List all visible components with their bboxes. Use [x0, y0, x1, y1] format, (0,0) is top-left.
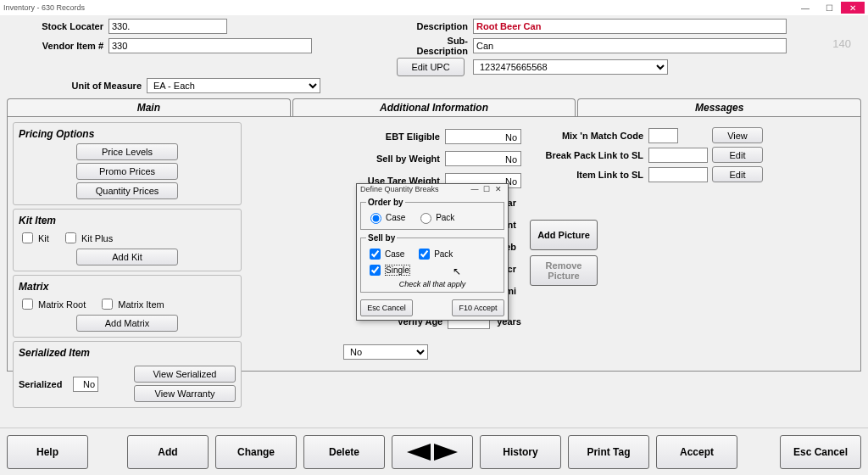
- tab-additional-info[interactable]: Additional Information: [292, 98, 576, 116]
- uom-select[interactable]: EA - Each: [147, 78, 320, 93]
- uom-label: Unit of Measure: [7, 81, 147, 91]
- matrix-root-checkbox[interactable]: Matrix Root: [19, 296, 86, 312]
- help-button[interactable]: Help: [7, 435, 88, 469]
- tab-main[interactable]: Main: [7, 98, 291, 116]
- remove-picture-button[interactable]: Remove Picture: [530, 255, 598, 286]
- mix-match-input[interactable]: [648, 128, 678, 143]
- sell-by-single-checkbox[interactable]: Single: [366, 262, 410, 278]
- tab-bar: Main Additional Information Messages: [7, 98, 861, 117]
- quantity-prices-button[interactable]: Quantity Prices: [76, 182, 178, 199]
- upc-select[interactable]: 1232475665568: [473, 59, 668, 75]
- vendor-item-input[interactable]: [108, 38, 312, 53]
- vendor-item-label: Vendor Item #: [7, 41, 108, 51]
- view-button[interactable]: View: [712, 127, 763, 143]
- add-button[interactable]: Add: [127, 435, 209, 469]
- add-kit-button[interactable]: Add Kit: [76, 249, 178, 265]
- dialog-close-icon[interactable]: ✕: [492, 185, 504, 193]
- titlebar: Inventory - 630 Records — ☐ ✕: [0, 0, 868, 15]
- serialized-value[interactable]: [73, 377, 98, 392]
- svg-marker-1: [434, 444, 458, 461]
- matrix-item-checkbox[interactable]: Matrix Item: [98, 296, 164, 312]
- dialog-f10-accept-button[interactable]: F10 Accept: [452, 299, 504, 316]
- serialized-label: Serialized: [19, 379, 70, 389]
- add-matrix-button[interactable]: Add Matrix: [76, 315, 178, 332]
- page-count: 140: [832, 37, 851, 50]
- sell-by-group: Sell by Case Pack Single Check all that …: [360, 233, 504, 293]
- price-levels-button[interactable]: Price Levels: [76, 143, 178, 160]
- sell-by-pack-checkbox[interactable]: Pack: [415, 246, 453, 262]
- minimize-icon[interactable]: —: [793, 2, 817, 14]
- history-button[interactable]: History: [480, 435, 561, 469]
- kit-plus-checkbox[interactable]: Kit Plus: [62, 230, 113, 246]
- sell-by-case-checkbox[interactable]: Case: [366, 246, 404, 262]
- dialog-maximize-icon[interactable]: ☐: [481, 185, 492, 193]
- sell-by-weight-value[interactable]: No: [445, 151, 521, 166]
- sell-by-weight-label: Sell by Weight: [250, 154, 445, 164]
- pricing-options-title: Pricing Options: [19, 128, 236, 140]
- change-button[interactable]: Change: [215, 435, 297, 469]
- stock-locater-input[interactable]: [108, 19, 227, 34]
- kit-checkbox[interactable]: Kit: [19, 230, 49, 246]
- sell-by-note: Check all that apply: [366, 280, 498, 288]
- view-warranty-button[interactable]: View Warranty: [134, 385, 236, 402]
- bottom-toolbar: Help Add Change Delete History Print Tag…: [0, 428, 868, 475]
- ebt-label: EBT Eligible: [250, 131, 445, 142]
- subdesc-input[interactable]: [473, 38, 787, 53]
- break-pack-label: Break Pack Link to SL: [530, 150, 648, 160]
- sell-by-legend: Sell by: [366, 233, 397, 243]
- define-quantity-breaks-dialog: Define Quantity Breaks — ☐ ✕ Order by Ca…: [356, 183, 509, 321]
- edit-upc-button[interactable]: Edit UPC: [397, 58, 465, 76]
- ebt-value[interactable]: No: [445, 129, 521, 144]
- bottom-select[interactable]: No: [343, 344, 428, 360]
- maximize-icon[interactable]: ☐: [817, 2, 841, 14]
- dialog-esc-cancel-button[interactable]: Esc Cancel: [360, 299, 413, 316]
- matrix-title: Matrix: [19, 281, 236, 293]
- order-by-group: Order by Case Pack: [360, 198, 504, 230]
- delete-button[interactable]: Delete: [303, 435, 385, 469]
- view-serialized-button[interactable]: View Serialized: [134, 366, 236, 383]
- order-by-case-radio[interactable]: Case: [366, 210, 405, 224]
- edit-break-pack-button[interactable]: Edit: [712, 147, 763, 163]
- description-label: Description: [397, 21, 473, 31]
- promo-prices-button[interactable]: Promo Prices: [76, 163, 178, 180]
- item-link-label: Item Link to SL: [530, 170, 648, 180]
- edit-item-link-button[interactable]: Edit: [712, 166, 763, 182]
- order-by-legend: Order by: [366, 198, 405, 207]
- break-pack-input[interactable]: [648, 148, 708, 163]
- description-input[interactable]: [473, 19, 787, 34]
- subdesc-label: Sub-Description: [397, 36, 473, 56]
- order-by-pack-radio[interactable]: Pack: [416, 210, 454, 224]
- close-icon[interactable]: ✕: [841, 2, 865, 14]
- dialog-minimize-icon[interactable]: —: [469, 185, 481, 193]
- accept-button[interactable]: Accept: [656, 435, 737, 469]
- item-link-input[interactable]: [648, 167, 708, 182]
- serialized-title: Serialized Item: [19, 347, 236, 359]
- print-tag-button[interactable]: Print Tag: [568, 435, 649, 469]
- dialog-title: Define Quantity Breaks: [360, 185, 469, 193]
- kit-item-title: Kit Item: [19, 215, 236, 226]
- nav-arrows[interactable]: [392, 435, 473, 469]
- mix-match-label: Mix 'n Match Code: [530, 131, 648, 141]
- stock-locater-label: Stock Locater: [7, 21, 108, 31]
- add-picture-button[interactable]: Add Picture: [530, 220, 598, 250]
- esc-cancel-button[interactable]: Esc Cancel: [780, 435, 861, 469]
- dialog-titlebar: Define Quantity Breaks — ☐ ✕: [357, 184, 508, 194]
- svg-marker-0: [407, 444, 431, 461]
- tab-messages[interactable]: Messages: [577, 98, 861, 116]
- window-title: Inventory - 630 Records: [3, 3, 793, 12]
